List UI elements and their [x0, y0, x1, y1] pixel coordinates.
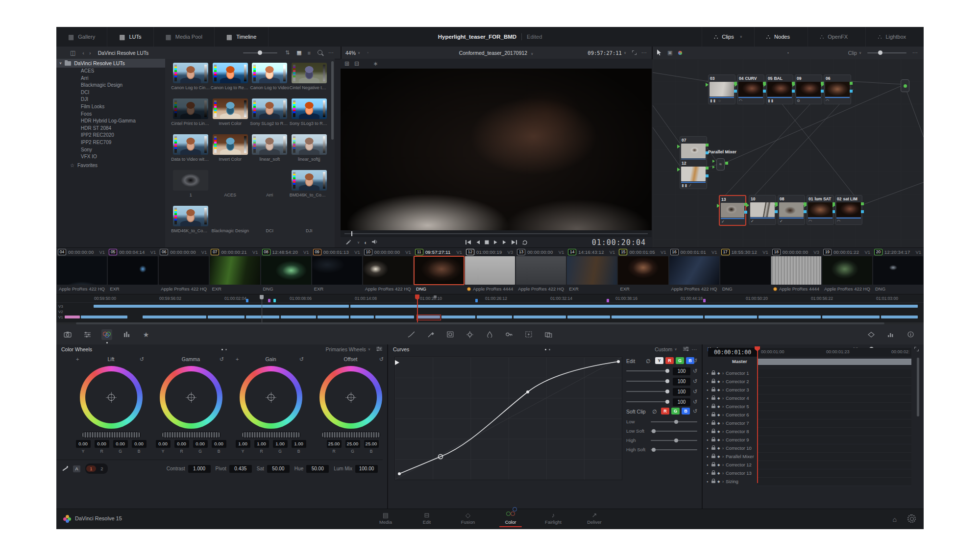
timeline-segment[interactable] — [246, 316, 279, 318]
keyframes-scrollbar[interactable] — [917, 358, 919, 416]
camera-raw-icon[interactable] — [62, 329, 73, 340]
enable-dot-icon[interactable] — [707, 379, 709, 384]
thumbnail-size-slider[interactable] — [243, 52, 277, 53]
lut-item[interactable]: Canon Log to Cineon — [171, 62, 211, 97]
lut-item[interactable]: BMD46K_to_Comet_... — [171, 205, 211, 241]
reset-icon[interactable]: ↺ — [379, 356, 384, 363]
keyframe-row[interactable]: Corrector 6 — [702, 411, 924, 419]
keyframe-track[interactable] — [757, 436, 911, 444]
node-zoom-slider[interactable] — [867, 52, 906, 53]
reset-icon[interactable]: ↺ — [693, 389, 697, 395]
chevron-right-icon[interactable] — [722, 471, 724, 476]
chevron-right-icon[interactable] — [722, 454, 724, 459]
lut-item[interactable]: Invert Color — [211, 133, 250, 169]
corrector-node[interactable]: 04CURV ◠ — [737, 74, 764, 104]
page-tab[interactable]: ↗ Deliver — [585, 512, 604, 527]
timeline-segment[interactable] — [477, 316, 512, 318]
lut-tree-item[interactable]: DCI — [56, 89, 165, 97]
clip-thumbnail[interactable] — [618, 256, 668, 285]
auto-balance-wand-icon[interactable] — [61, 465, 68, 472]
link-channels-icon[interactable]: ∅ — [652, 409, 657, 414]
enable-dot-icon[interactable] — [707, 471, 709, 475]
keyframe-track[interactable] — [757, 403, 911, 411]
timeline-clip[interactable]: 13 00:00:00:00 V1 Apple ProRes 422 HQ — [515, 248, 566, 294]
lut-item[interactable] — [171, 241, 211, 247]
clip-thumbnail[interactable] — [210, 256, 260, 285]
keyframe-row[interactable]: Corrector 1 — [702, 369, 924, 378]
adjustment-value[interactable]: 50.00 — [267, 465, 290, 473]
enable-dot-icon[interactable] — [707, 446, 709, 450]
lock-icon[interactable] — [711, 389, 715, 391]
wheel-value[interactable]: 1.00 — [292, 440, 306, 448]
keyframe-playhead[interactable] — [757, 348, 758, 483]
color-wheel[interactable] — [240, 366, 302, 429]
lock-icon[interactable] — [711, 472, 715, 475]
corrector-node[interactable]: 01lum SAT ◠ — [807, 195, 834, 225]
wheel-center-handle[interactable] — [188, 394, 195, 401]
lut-item[interactable]: Arri — [250, 169, 290, 205]
lut-item[interactable]: Invert Color — [211, 97, 250, 133]
wheel-center-handle[interactable] — [347, 394, 354, 401]
keyframe-row[interactable]: Corrector 12 — [702, 461, 924, 469]
chevron-right-icon[interactable] — [722, 396, 724, 401]
channel-chip[interactable]: B — [682, 408, 690, 414]
color-wheel[interactable] — [160, 366, 222, 429]
lut-item[interactable]: Sony SLog2 to Rec709 — [250, 97, 290, 133]
keyframe-diamond-icon[interactable] — [717, 446, 720, 450]
timeline-marker[interactable] — [246, 299, 248, 302]
lut-tree-item[interactable]: Arri — [56, 75, 165, 82]
corrector-node[interactable]: 07 — [680, 136, 707, 160]
lut-item[interactable]: 1 — [171, 169, 211, 205]
keyframe-diamond-icon[interactable] — [717, 454, 720, 459]
chevron-right-icon[interactable] — [722, 388, 724, 392]
timeline-clip[interactable]: 09 00:00:01:13 V1 EXR — [312, 248, 363, 294]
keyframe-track[interactable] — [757, 461, 911, 469]
wheel-value[interactable]: 0.00 — [95, 440, 109, 448]
lut-item[interactable]: BMD46K_to_Comet_... — [290, 169, 329, 205]
timeline-clip[interactable]: 20 12:20:34:17 V1 DNG — [873, 248, 924, 294]
lut-tree-item[interactable]: IPP2 REC709 — [56, 139, 165, 146]
loop-button[interactable] — [522, 240, 528, 245]
wheel-value[interactable]: 0.00 — [76, 440, 91, 448]
panel-toggle-icon[interactable]: ◫ — [70, 49, 75, 56]
clip-thumbnail[interactable] — [57, 256, 107, 285]
keyframe-row[interactable]: Corrector 3 — [702, 386, 924, 394]
reset-icon[interactable]: ↺ — [140, 356, 144, 363]
enable-dot-icon[interactable] — [707, 479, 709, 484]
lut-item[interactable]: Cintel Negative to Lin... — [290, 62, 329, 97]
timeline-marker[interactable] — [475, 299, 478, 302]
info-toggle-icon[interactable] — [905, 329, 916, 340]
lock-icon[interactable] — [711, 372, 715, 375]
chevron-right-icon[interactable] — [722, 421, 724, 426]
back-icon[interactable]: ‹ — [82, 50, 84, 56]
channel-chip[interactable]: R — [661, 408, 669, 414]
corrector-node[interactable]: 02sat LIM ◠ — [835, 195, 862, 225]
keyframe-diamond-icon[interactable] — [717, 463, 720, 467]
home-icon[interactable]: ⌂ — [893, 515, 897, 523]
enable-dot-icon[interactable] — [707, 429, 709, 434]
highlight-icon[interactable]: ∗ — [373, 60, 378, 67]
lock-icon[interactable] — [711, 456, 715, 458]
timeline-clip[interactable]: 17 18:55:30:12 V1 DNG — [720, 248, 771, 294]
keyframe-track[interactable] — [757, 394, 911, 403]
tracker-icon[interactable] — [465, 329, 475, 340]
workspace-tab[interactable]: ∴ Lightbox — [865, 27, 924, 47]
timeline-marker[interactable] — [268, 299, 270, 302]
wheel-page-switch[interactable]: 1 2 — [85, 463, 108, 474]
keyframe-track[interactable] — [757, 428, 911, 436]
clip-thumbnail[interactable] — [516, 256, 566, 285]
wheel-value[interactable]: 25.00 — [345, 440, 360, 448]
wheel-value[interactable]: 0.00 — [193, 440, 208, 448]
timeline-segment[interactable] — [143, 316, 206, 318]
curves-palette-icon[interactable] — [406, 329, 416, 340]
timeline-segment[interactable] — [94, 305, 349, 308]
point-picker-icon[interactable]: + — [76, 356, 79, 362]
wheel-center-handle[interactable] — [268, 394, 274, 401]
qualifier-icon[interactable] — [425, 329, 436, 340]
keyframe-ruler[interactable]: 00:00:01:0000:00:01:2300:00:02: — [757, 348, 911, 357]
timeline-segment[interactable] — [350, 316, 374, 318]
lut-tree-item[interactable]: Foos — [56, 111, 165, 118]
chevron-right-icon[interactable] — [722, 463, 724, 467]
viewer-scrub-bar[interactable] — [341, 230, 652, 237]
lock-icon[interactable] — [711, 439, 715, 441]
